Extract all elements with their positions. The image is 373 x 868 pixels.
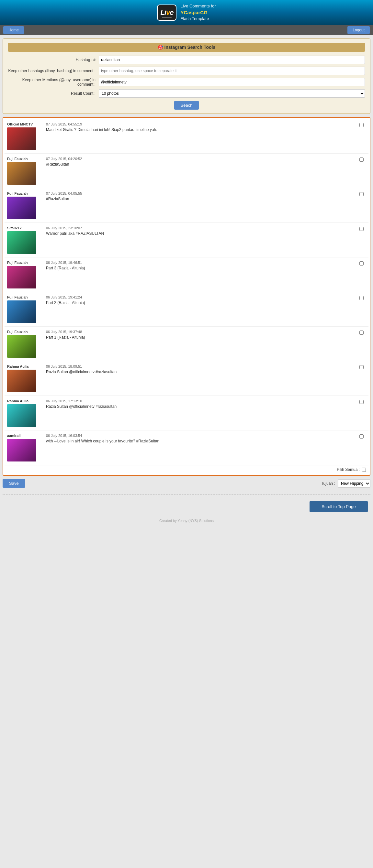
result-username: Rahma Aulia: [7, 399, 43, 403]
hashtag-input[interactable]: [99, 56, 365, 64]
other-hashtags-label: Keep other hashtags (#any_hashtag) in co…: [8, 68, 99, 73]
result-checkbox-cell: [360, 226, 366, 232]
result-text: with ···Love is in air! Which couple is …: [46, 439, 356, 443]
result-thumbnail: [7, 301, 36, 323]
result-left: Fuji Fauziah: [7, 295, 43, 323]
result-checkbox-cell: [360, 122, 366, 128]
other-mentions-input[interactable]: [99, 78, 365, 86]
result-username: Official MNCTV: [7, 122, 43, 126]
header-title-line2: YCasparCG: [180, 9, 216, 16]
result-thumbnail: [7, 231, 36, 254]
hashtag-label: Hashtag : #: [8, 58, 99, 62]
result-checkbox[interactable]: [360, 192, 364, 196]
result-count-label: Result Count :: [8, 91, 99, 96]
result-text: Mau tiket Gratis ? Dimulai hari ini loh!…: [46, 127, 356, 132]
result-count-select[interactable]: 10 photos 20 photos 30 photos 50 photos: [99, 89, 365, 98]
result-item: Rahma Aulia 06 July 2015, 17:13:10 Razia…: [4, 396, 369, 430]
result-item: aamirali 06 July 2015, 16:03:54 with ···…: [4, 430, 369, 465]
search-panel-title: 🎯 Instagram Search Tools: [8, 43, 365, 52]
result-username: Fuji Fauziah: [7, 330, 43, 334]
result-thumbnail: [7, 162, 36, 185]
result-content: 06 July 2015, 17:13:10 Razia Sultan @off…: [46, 399, 356, 409]
nav-bar: Home Logout: [0, 25, 373, 35]
result-checkbox[interactable]: [360, 331, 364, 335]
header-title-line3: Flash Template: [180, 16, 216, 22]
logo-text: Live Comments for YCasparCG Flash Templa…: [180, 3, 216, 22]
result-thumbnail: [7, 197, 36, 219]
result-item: Fuji Fauziah 07 July 2015, 04:20:52 #Raz…: [4, 154, 369, 188]
result-checkbox[interactable]: [360, 157, 364, 162]
result-text: #RaziaSultan: [46, 197, 356, 201]
result-checkbox[interactable]: [360, 261, 364, 266]
result-checkbox[interactable]: [360, 434, 364, 438]
save-row: Save Tujuan : New Flipping Option 2 Opti…: [3, 479, 370, 488]
result-left: Fuji Fauziah: [7, 261, 43, 288]
result-content: 06 July 2015, 16:03:54 with ···Love is i…: [46, 434, 356, 443]
result-thumbnail: [7, 370, 36, 392]
scroll-top-button[interactable]: Scroll to Top Page: [310, 501, 368, 512]
logo-box: Live: [157, 4, 176, 21]
header-title-line1: Live Comments for: [180, 3, 216, 9]
result-content: 06 July 2015, 19:37:48 Part 1 (Razia - A…: [46, 330, 356, 340]
other-hashtags-row: Keep other hashtags (#any_hashtag) in co…: [8, 67, 365, 75]
result-content: 06 July 2015, 18:09:51 Razia Sultan @off…: [46, 365, 356, 374]
result-thumbnail: [7, 266, 36, 288]
result-timestamp: 06 July 2015, 23:10:07: [46, 226, 356, 230]
save-button[interactable]: Save: [3, 479, 25, 488]
result-timestamp: 07 July 2015, 04:55:19: [46, 122, 356, 126]
result-thumbnail: [7, 404, 36, 427]
result-checkbox-cell: [360, 330, 366, 336]
result-item: Rahma Aulia 06 July 2015, 18:09:51 Razia…: [4, 361, 369, 396]
result-checkbox[interactable]: [360, 296, 364, 300]
select-all-label: Pilih Semua :: [337, 467, 360, 472]
other-hashtags-input[interactable]: [99, 67, 365, 75]
result-text: Part 1 (Razia - Altunia): [46, 335, 356, 340]
result-username: Fuji Fauziah: [7, 191, 43, 195]
hashtag-row: Hashtag : #: [8, 56, 365, 64]
result-timestamp: 06 July 2015, 19:46:51: [46, 261, 356, 265]
search-panel: 🎯 Instagram Search Tools Hashtag : # Kee…: [3, 38, 370, 114]
tujuan-select[interactable]: New Flipping Option 2 Option 3: [338, 479, 370, 488]
result-content: 06 July 2015, 19:41:24 Part 2 (Razia - A…: [46, 295, 356, 305]
result-timestamp: 06 July 2015, 19:41:24: [46, 295, 356, 299]
result-checkbox-cell: [360, 365, 366, 370]
result-timestamp: 06 July 2015, 17:13:10: [46, 399, 356, 403]
result-username: Sifa0212: [7, 226, 43, 230]
result-left: Official MNCTV: [7, 122, 43, 150]
select-all-checkbox[interactable]: [362, 468, 366, 472]
result-item: Fuji Fauziah 06 July 2015, 19:41:24 Part…: [4, 292, 369, 327]
result-content: 07 July 2015, 04:20:52 #RaziaSultan: [46, 157, 356, 166]
result-checkbox[interactable]: [360, 365, 364, 369]
result-content: 07 July 2015, 04:05:55 #RaziaSultan: [46, 191, 356, 201]
result-checkbox[interactable]: [360, 400, 364, 404]
home-button[interactable]: Home: [3, 26, 24, 34]
result-content: 07 July 2015, 04:55:19 Mau tiket Gratis …: [46, 122, 356, 132]
result-checkbox[interactable]: [360, 227, 364, 231]
result-timestamp: 07 July 2015, 04:20:52: [46, 157, 356, 161]
result-left: Rahma Aulia: [7, 399, 43, 427]
logout-button[interactable]: Logout: [347, 26, 370, 34]
result-timestamp: 06 July 2015, 19:37:48: [46, 330, 356, 334]
search-button[interactable]: Seach: [174, 101, 199, 110]
result-timestamp: 07 July 2015, 04:05:55: [46, 191, 356, 195]
result-timestamp: 06 July 2015, 18:09:51: [46, 365, 356, 368]
result-username: Rahma Aulia: [7, 365, 43, 368]
result-count-row: Result Count : 10 photos 20 photos 30 ph…: [8, 89, 365, 98]
result-timestamp: 06 July 2015, 16:03:54: [46, 434, 356, 438]
result-checkbox-cell: [360, 191, 366, 197]
result-text: Warrior putri aka #RAZIASULTAN: [46, 231, 356, 236]
result-checkbox-cell: [360, 261, 366, 267]
result-thumbnail: [7, 335, 36, 358]
result-item: Fuji Fauziah 06 July 2015, 19:37:48 Part…: [4, 327, 369, 361]
result-thumbnail: [7, 127, 36, 150]
tujuan-label: Tujuan :: [321, 481, 335, 486]
result-username: Fuji Fauziah: [7, 295, 43, 299]
result-left: Fuji Fauziah: [7, 157, 43, 185]
result-content: 06 July 2015, 19:46:51 Part 3 (Razia - A…: [46, 261, 356, 270]
result-left: Sifa0212: [7, 226, 43, 254]
result-checkbox[interactable]: [360, 123, 364, 127]
result-text: Razia Sultan @officialmnetv #raziasultan: [46, 404, 356, 409]
result-text: Part 3 (Razia - Altunia): [46, 266, 356, 270]
header-logo: Live Live Comments for YCasparCG Flash T…: [157, 3, 216, 22]
result-left: Rahma Aulia: [7, 365, 43, 392]
